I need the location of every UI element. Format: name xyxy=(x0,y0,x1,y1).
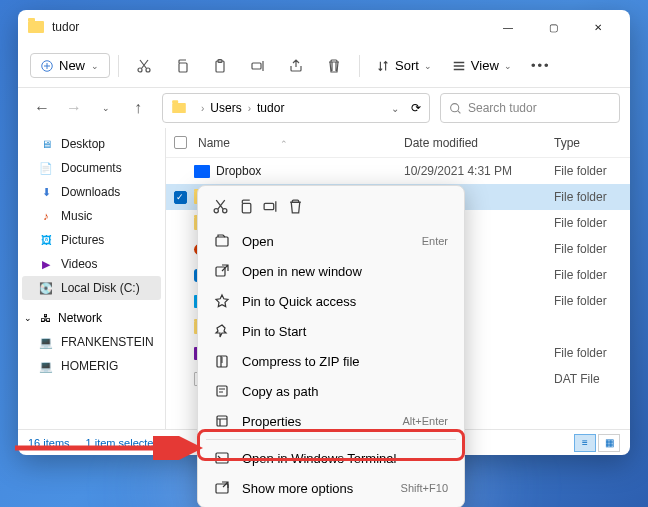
select-all-checkbox[interactable] xyxy=(174,136,187,149)
sidebar: 🖥Desktop 📄Documents ⬇Downloads ♪Music 🖼P… xyxy=(18,128,166,429)
svg-point-8 xyxy=(214,209,218,213)
ctx-open[interactable]: Open Enter xyxy=(202,226,460,256)
svg-rect-17 xyxy=(216,453,228,463)
paste-icon[interactable] xyxy=(203,50,237,82)
ctx-properties[interactable]: Properties Alt+Enter xyxy=(202,406,460,436)
svg-rect-10 xyxy=(242,203,251,213)
sidebar-group-network[interactable]: ⌄🖧Network xyxy=(18,306,165,330)
sidebar-item-local-disk[interactable]: 💽Local Disk (C:) xyxy=(22,276,161,300)
share-icon[interactable] xyxy=(279,50,313,82)
column-header-name[interactable]: Name⌃ xyxy=(194,136,404,150)
copy-icon[interactable] xyxy=(165,50,199,82)
refresh-icon[interactable]: ⟳ xyxy=(411,101,421,115)
more-icon[interactable]: ••• xyxy=(524,50,558,82)
svg-rect-15 xyxy=(217,386,227,396)
sidebar-item-network-pc[interactable]: 💻HOMERIG xyxy=(18,354,165,378)
svg-point-1 xyxy=(138,68,142,72)
close-button[interactable]: ✕ xyxy=(576,12,620,42)
view-button[interactable]: View ⌄ xyxy=(444,54,520,77)
ctx-open-in-new-window[interactable]: Open in new window xyxy=(202,256,460,286)
folder-icon xyxy=(28,21,44,33)
toolbar: New ⌄ Sort ⌄ View ⌄ ••• xyxy=(18,44,630,88)
back-button[interactable]: ← xyxy=(28,94,56,122)
svg-point-7 xyxy=(451,103,459,111)
window-title: tudor xyxy=(52,20,79,34)
delete-icon[interactable] xyxy=(317,50,351,82)
view-details-button[interactable]: ≡ xyxy=(574,434,596,452)
svg-rect-11 xyxy=(264,203,274,209)
ctx-compress-to-zip-file[interactable]: Compress to ZIP file xyxy=(202,346,460,376)
breadcrumb[interactable]: tudor xyxy=(257,101,284,115)
svg-rect-18 xyxy=(216,484,228,493)
sidebar-item-videos[interactable]: ▶Videos xyxy=(18,252,165,276)
sidebar-item-music[interactable]: ♪Music xyxy=(18,204,165,228)
ctx-pin-to-start[interactable]: Pin to Start xyxy=(202,316,460,346)
up-button[interactable]: ↑ xyxy=(124,94,152,122)
context-menu: Open Enter Open in new window Pin to Qui… xyxy=(197,185,465,507)
ctx-copy-as-path[interactable]: Copy as path xyxy=(202,376,460,406)
ctx-show-more-options[interactable]: Show more options Shift+F10 xyxy=(202,473,460,503)
ctx-pin-to-quick-access[interactable]: Pin to Quick access xyxy=(202,286,460,316)
column-header-type[interactable]: Type xyxy=(554,136,630,150)
ctx-copy-icon[interactable] xyxy=(237,198,254,218)
svg-rect-16 xyxy=(217,416,227,426)
new-button[interactable]: New ⌄ xyxy=(30,53,110,78)
svg-rect-12 xyxy=(216,237,228,246)
column-header-date[interactable]: Date modified xyxy=(404,136,554,150)
cut-icon[interactable] xyxy=(127,50,161,82)
ctx-open-in-windows-terminal[interactable]: Open in Windows Terminal xyxy=(202,443,460,473)
minimize-button[interactable]: — xyxy=(486,12,530,42)
file-icon xyxy=(194,165,210,178)
sidebar-item-documents[interactable]: 📄Documents xyxy=(18,156,165,180)
ctx-cut-icon[interactable] xyxy=(212,198,229,218)
new-label: New xyxy=(59,58,85,73)
search-input[interactable]: Search tudor xyxy=(440,93,620,123)
sidebar-item-pictures[interactable]: 🖼Pictures xyxy=(18,228,165,252)
address-bar[interactable]: › Users › tudor ⌄ ⟳ xyxy=(162,93,430,123)
chevron-down-icon[interactable]: ⌄ xyxy=(92,94,120,122)
maximize-button[interactable]: ▢ xyxy=(531,12,575,42)
svg-rect-3 xyxy=(179,63,187,72)
sidebar-item-downloads[interactable]: ⬇Downloads xyxy=(18,180,165,204)
sidebar-item-desktop[interactable]: 🖥Desktop xyxy=(18,132,165,156)
sort-button[interactable]: Sort ⌄ xyxy=(368,54,440,77)
view-icons-button[interactable]: ▦ xyxy=(598,434,620,452)
forward-button[interactable]: → xyxy=(60,94,88,122)
svg-point-9 xyxy=(223,209,227,213)
item-count: 16 items xyxy=(28,437,70,449)
svg-rect-6 xyxy=(252,63,261,69)
svg-rect-13 xyxy=(216,267,225,276)
rename-icon[interactable] xyxy=(241,50,275,82)
svg-point-2 xyxy=(146,68,150,72)
table-row[interactable]: Dropbox 10/29/2021 4:31 PM File folder xyxy=(166,158,630,184)
search-placeholder: Search tudor xyxy=(468,101,537,115)
nav-bar: ← → ⌄ ↑ › Users › tudor ⌄ ⟳ Search tudor xyxy=(18,88,630,128)
titlebar[interactable]: tudor — ▢ ✕ xyxy=(18,10,630,44)
ctx-rename-icon[interactable] xyxy=(262,198,279,218)
breadcrumb[interactable]: Users xyxy=(210,101,241,115)
sidebar-item-network-pc[interactable]: 💻FRANKENSTEIN xyxy=(18,330,165,354)
ctx-delete-icon[interactable] xyxy=(287,198,304,218)
selection-count: 1 item selected xyxy=(86,437,160,449)
